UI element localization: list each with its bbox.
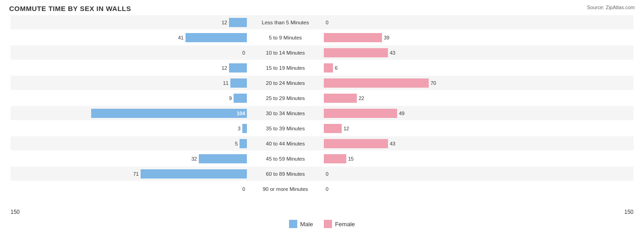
chart-row: 7160 to 89 Minutes0	[11, 167, 633, 181]
chart-title: COMMUTE TIME BY SEX IN WALLS	[9, 5, 635, 12]
legend-male: Male	[289, 220, 313, 228]
female-section: 39	[322, 30, 560, 45]
male-value: 0	[242, 50, 245, 56]
row-label: 35 to 39 Minutes	[249, 126, 322, 131]
chart-container: COMMUTE TIME BY SEX IN WALLS Source: Zip…	[0, 0, 644, 240]
male-value: 32	[191, 156, 197, 162]
male-section: 32	[11, 151, 249, 166]
male-bar	[230, 78, 247, 88]
row-label: 10 to 14 Minutes	[249, 50, 322, 56]
female-section: 6	[322, 61, 560, 75]
male-value: 9	[229, 95, 232, 101]
male-bar	[199, 154, 247, 163]
male-bar	[240, 139, 247, 148]
male-bar	[141, 169, 247, 179]
male-section: 0	[11, 45, 249, 60]
male-section: 11	[11, 76, 249, 90]
female-value: 49	[399, 111, 404, 116]
source-label: Source: ZipAtlas.com	[587, 5, 635, 10]
female-value: 0	[326, 186, 328, 192]
male-bar: 104	[91, 109, 247, 118]
male-section: 41	[11, 30, 249, 45]
female-section: 43	[322, 136, 560, 151]
legend-female: Female	[324, 220, 355, 228]
chart-row: 1215 to 19 Minutes6	[11, 61, 633, 75]
male-bar	[186, 33, 247, 42]
female-value: 22	[359, 95, 364, 101]
female-section: 12	[322, 121, 560, 135]
female-section: 49	[322, 106, 560, 120]
male-section: 12	[11, 61, 249, 75]
female-value: 39	[384, 35, 389, 40]
female-value: 0	[326, 20, 328, 25]
row-label: 60 to 89 Minutes	[249, 171, 322, 177]
female-bar	[324, 94, 357, 103]
male-value: 11	[223, 80, 229, 86]
female-value: 70	[431, 80, 436, 86]
male-color-box	[289, 220, 297, 228]
female-section: 22	[322, 91, 560, 105]
female-section: 43	[322, 45, 560, 60]
male-value: 12	[222, 65, 227, 71]
chart-row: 010 to 14 Minutes43	[11, 45, 633, 60]
female-value: 43	[390, 50, 395, 56]
male-bar	[229, 18, 247, 27]
row-label: 15 to 19 Minutes	[249, 65, 322, 71]
female-bar	[324, 109, 397, 118]
male-bar	[242, 124, 247, 133]
female-section: 0	[322, 167, 560, 181]
male-bar	[234, 94, 247, 103]
chart-row: 090 or more Minutes0	[11, 182, 633, 196]
female-value: 0	[326, 171, 328, 177]
female-value: 43	[390, 141, 395, 146]
chart-row: 415 to 9 Minutes39	[11, 30, 633, 45]
female-color-box	[324, 220, 332, 228]
male-section: 12	[11, 15, 249, 29]
male-value: 5	[235, 141, 238, 146]
chart-row: 335 to 39 Minutes12	[11, 121, 633, 135]
male-section: 5	[11, 136, 249, 151]
chart-row: 925 to 29 Minutes22	[11, 91, 633, 105]
female-section: 0	[322, 182, 560, 196]
row-label: 5 to 9 Minutes	[249, 35, 322, 40]
male-value: 0	[242, 186, 245, 192]
row-label: 30 to 34 Minutes	[249, 111, 322, 116]
chart-row: 3245 to 59 Minutes15	[11, 151, 633, 166]
chart-area: 12Less than 5 Minutes0415 to 9 Minutes39…	[11, 15, 633, 208]
male-value: 71	[133, 171, 139, 177]
female-bar	[324, 33, 382, 42]
female-value: 12	[344, 126, 349, 131]
chart-row: 10430 to 34 Minutes49	[11, 106, 633, 120]
male-section: 3	[11, 121, 249, 135]
row-label: 20 to 24 Minutes	[249, 80, 322, 86]
female-section: 0	[322, 15, 560, 29]
female-section: 15	[322, 151, 560, 166]
chart-row: 1120 to 24 Minutes70	[11, 76, 633, 90]
female-bar	[324, 124, 342, 133]
row-label: 45 to 59 Minutes	[249, 156, 322, 162]
axis-left: 150	[11, 209, 20, 215]
female-value: 15	[348, 156, 354, 162]
row-label: Less than 5 Minutes	[249, 20, 322, 25]
male-section: 9	[11, 91, 249, 105]
male-section: 0	[11, 182, 249, 196]
female-bar	[324, 48, 388, 57]
female-bar	[324, 63, 333, 73]
legend: Male Female	[11, 220, 633, 228]
female-label: Female	[335, 221, 355, 228]
male-label: Male	[300, 221, 313, 228]
male-section: 71	[11, 167, 249, 181]
row-label: 90 or more Minutes	[249, 186, 322, 192]
female-bar	[324, 78, 429, 88]
male-value: 41	[178, 35, 184, 40]
female-value: 6	[335, 65, 338, 71]
male-value: 12	[222, 20, 227, 25]
chart-row: 12Less than 5 Minutes0	[11, 15, 633, 29]
chart-wrapper: 12Less than 5 Minutes0415 to 9 Minutes39…	[11, 15, 633, 228]
axis-right: 150	[624, 209, 633, 215]
axis-labels: 150 150	[11, 208, 633, 216]
female-bar	[324, 139, 388, 148]
row-label: 25 to 29 Minutes	[249, 95, 322, 101]
row-label: 40 to 44 Minutes	[249, 141, 322, 146]
chart-row: 540 to 44 Minutes43	[11, 136, 633, 151]
